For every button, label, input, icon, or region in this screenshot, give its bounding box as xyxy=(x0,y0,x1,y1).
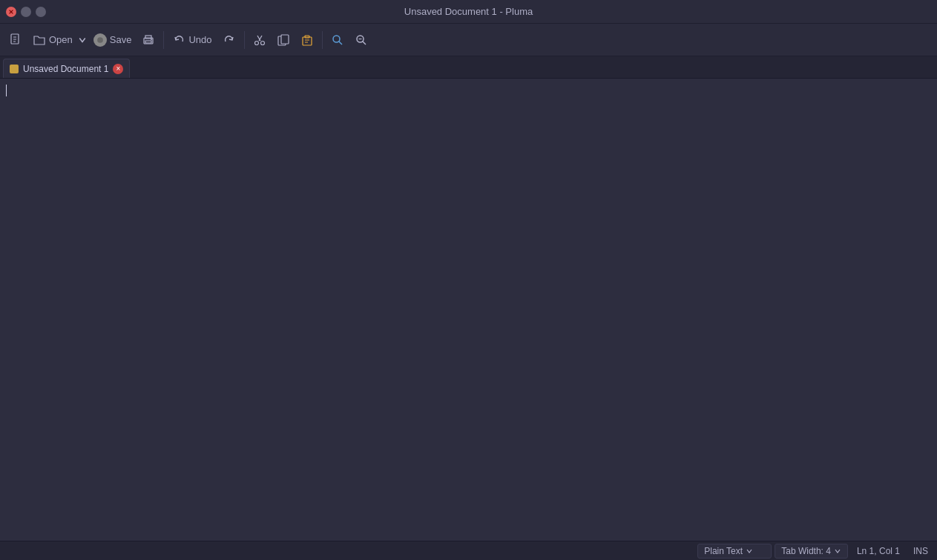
svg-point-12 xyxy=(254,41,258,45)
svg-rect-16 xyxy=(303,37,312,45)
svg-line-19 xyxy=(338,41,342,45)
window-controls xyxy=(6,7,46,17)
toolbar: Open Save Undo xyxy=(0,24,937,56)
zoom-icon xyxy=(355,33,368,47)
open-button[interactable]: Open xyxy=(28,28,77,52)
cursor-position: Ln 1, Col 1 xyxy=(851,546,906,556)
document-tab[interactable]: Unsaved Document 1 × xyxy=(3,59,130,78)
svg-point-13 xyxy=(260,41,264,45)
insert-mode: INS xyxy=(909,546,933,556)
tab-bar: Unsaved Document 1 × xyxy=(0,56,937,79)
save-button[interactable]: Save xyxy=(89,28,137,52)
svg-rect-15 xyxy=(281,35,289,44)
undo-button[interactable]: Undo xyxy=(168,28,216,52)
undo-label: Undo xyxy=(188,34,211,45)
text-cursor xyxy=(6,85,7,96)
title-bar: Unsaved Document 1 - Pluma xyxy=(0,0,937,24)
paste-button[interactable] xyxy=(296,28,318,52)
open-label: Open xyxy=(49,34,73,45)
tab-label: Unsaved Document 1 xyxy=(23,64,108,74)
svg-line-21 xyxy=(362,41,366,45)
tab-close-button[interactable]: × xyxy=(113,64,123,74)
cut-button[interactable] xyxy=(249,28,271,52)
close-button[interactable] xyxy=(6,7,16,17)
tab-width-dropdown-icon xyxy=(834,547,841,555)
open-dropdown-button[interactable] xyxy=(77,33,88,47)
status-bar: Plain Text Tab Width: 4 Ln 1, Col 1 INS xyxy=(0,541,937,560)
save-icon xyxy=(93,33,107,47)
window-title: Unsaved Document 1 - Pluma xyxy=(404,6,533,17)
print-button[interactable] xyxy=(137,28,160,52)
svg-point-11 xyxy=(151,39,152,40)
tab-width-label: Tab Width: 4 xyxy=(781,546,831,556)
divider-1 xyxy=(163,31,164,49)
maximize-button[interactable] xyxy=(36,7,46,17)
editor-area[interactable] xyxy=(0,79,937,541)
chevron-down-icon xyxy=(79,36,86,44)
zoom-button[interactable] xyxy=(350,28,372,52)
tab-document-icon xyxy=(10,65,19,73)
cut-icon xyxy=(253,33,266,47)
copy-button[interactable] xyxy=(272,28,295,52)
redo-button[interactable] xyxy=(218,28,240,52)
undo-icon xyxy=(172,33,185,47)
svg-rect-9 xyxy=(145,36,151,39)
svg-point-7 xyxy=(97,37,103,43)
redo-icon xyxy=(223,33,236,47)
divider-3 xyxy=(322,31,323,49)
language-label: Plain Text xyxy=(704,546,743,556)
minimize-button[interactable] xyxy=(21,7,31,17)
new-button[interactable] xyxy=(4,28,27,52)
divider-2 xyxy=(244,31,245,49)
tab-width-selector[interactable]: Tab Width: 4 xyxy=(775,544,848,559)
language-selector[interactable]: Plain Text xyxy=(697,544,772,559)
new-icon xyxy=(9,33,22,47)
open-folder-icon xyxy=(33,33,46,47)
copy-icon xyxy=(277,33,290,47)
print-icon xyxy=(142,33,155,47)
paste-icon xyxy=(300,33,314,47)
open-button-group: Open xyxy=(28,28,88,52)
save-disk-icon xyxy=(93,33,107,47)
svg-rect-10 xyxy=(145,41,151,43)
language-dropdown-icon xyxy=(746,547,753,555)
find-icon xyxy=(331,33,344,47)
find-button[interactable] xyxy=(326,28,349,52)
save-label: Save xyxy=(110,34,132,45)
